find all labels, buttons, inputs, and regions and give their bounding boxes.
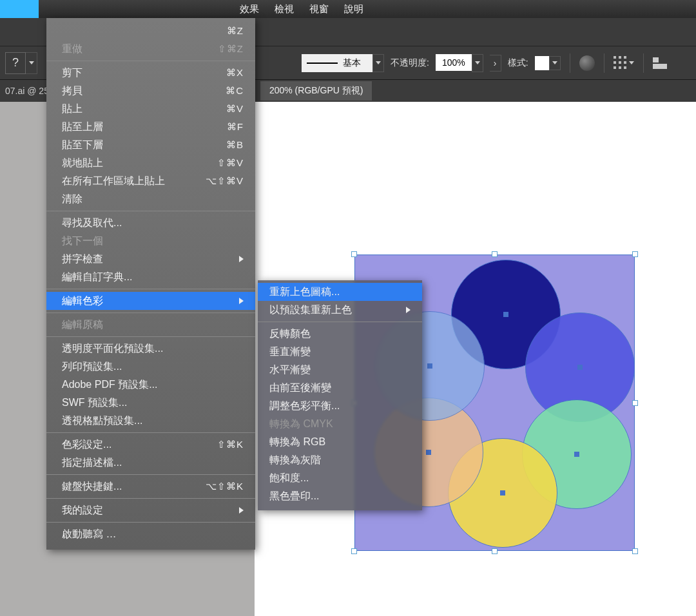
menu-item[interactable]: ⌘Z bbox=[46, 22, 255, 40]
style-dropdown[interactable] bbox=[549, 56, 561, 70]
anchor-point[interactable] bbox=[503, 312, 508, 317]
menu-item-label: 指定描述檔... bbox=[62, 456, 122, 470]
menu-item[interactable]: 反轉顏色 bbox=[258, 325, 422, 343]
menu-effects[interactable]: 效果 bbox=[232, 0, 267, 18]
menu-item[interactable]: 水平漸變 bbox=[258, 361, 422, 379]
menu-item-label: 在所有工作區域上貼上 bbox=[62, 174, 165, 188]
menu-item: 重做⇧⌘Z bbox=[46, 40, 255, 58]
menu-item: 編輯原稿 bbox=[46, 316, 255, 334]
menu-item-label: 反轉顏色 bbox=[269, 327, 311, 341]
menu-item-label: 拼字檢查 bbox=[62, 252, 103, 266]
submenu-arrow-icon bbox=[406, 307, 411, 313]
menu-item[interactable]: 鍵盤快捷鍵...⌥⇧⌘K bbox=[46, 477, 255, 496]
align-panel-icon[interactable] bbox=[653, 57, 667, 69]
help-dropdown[interactable] bbox=[26, 52, 37, 74]
menu-item[interactable]: 垂直漸變 bbox=[258, 343, 422, 361]
menu-item[interactable]: 以預設集重新上色 bbox=[258, 301, 422, 319]
menu-shortcut: ⇧⌘Z bbox=[218, 42, 244, 56]
opacity-input[interactable]: 100% bbox=[436, 54, 472, 71]
doc-tab[interactable]: 200% (RGB/GPU 預視) bbox=[260, 81, 372, 101]
sel-handle[interactable] bbox=[492, 251, 498, 257]
anchor-point[interactable] bbox=[426, 450, 431, 455]
recolor-icon[interactable] bbox=[579, 55, 595, 71]
menu-item[interactable]: 編輯色彩 bbox=[46, 292, 255, 310]
menu-item[interactable]: 在所有工作區域上貼上⌥⇧⌘V bbox=[46, 172, 255, 190]
menu-item[interactable]: 由前至後漸變 bbox=[258, 379, 422, 397]
menu-item[interactable]: 貼至下層⌘B bbox=[46, 136, 255, 154]
opacity-arrow-icon[interactable]: › bbox=[490, 55, 501, 72]
menu-item-label: 編輯自訂字典... bbox=[62, 270, 132, 284]
menu-item[interactable]: 啟動聽寫 … bbox=[46, 525, 255, 543]
menu-help[interactable]: 說明 bbox=[336, 0, 371, 18]
menu-edit[interactable] bbox=[0, 0, 39, 18]
style-label: 樣式: bbox=[508, 57, 528, 69]
menu-item[interactable]: 重新上色圖稿... bbox=[258, 283, 422, 301]
menu-item-label: 垂直漸變 bbox=[269, 345, 311, 359]
sel-handle[interactable] bbox=[351, 251, 357, 257]
align-grid-icon[interactable] bbox=[614, 56, 628, 70]
stroke-line-icon bbox=[307, 63, 338, 64]
menu-shortcut: ⌘X bbox=[226, 66, 244, 80]
menu-item[interactable]: 轉換為灰階 bbox=[258, 451, 422, 469]
menu-item[interactable]: 飽和度... bbox=[258, 469, 422, 487]
menu-view[interactable]: 檢視 bbox=[267, 0, 302, 18]
anchor-point[interactable] bbox=[577, 365, 583, 370]
style-swatch[interactable] bbox=[535, 56, 549, 70]
menu-item[interactable]: 調整色彩平衡... bbox=[258, 397, 422, 415]
help-icon[interactable]: ? bbox=[5, 52, 26, 74]
anchor-point[interactable] bbox=[500, 490, 505, 496]
anchor-point[interactable] bbox=[427, 363, 432, 369]
menu-item[interactable]: 尋找及取代... bbox=[46, 214, 255, 232]
stroke-style[interactable]: 基本 bbox=[302, 54, 372, 72]
menu-item[interactable]: 拷貝⌘C bbox=[46, 82, 255, 100]
menu-shortcut: ⌘C bbox=[226, 84, 244, 98]
separator bbox=[570, 53, 570, 73]
menu-shortcut: ⌥⇧⌘K bbox=[206, 479, 244, 494]
edit-color-submenu: 重新上色圖稿...以預設集重新上色反轉顏色垂直漸變水平漸變由前至後漸變調整色彩平… bbox=[258, 280, 422, 510]
menu-item[interactable]: 色彩設定...⇧⌘K bbox=[46, 436, 255, 454]
menu-item[interactable]: 列印預設集... bbox=[46, 358, 255, 376]
opacity-dropdown[interactable] bbox=[472, 54, 483, 72]
menu-shortcut: ⌘B bbox=[226, 138, 244, 152]
menu-item[interactable]: 黑色疊印... bbox=[258, 487, 422, 505]
anchor-point[interactable] bbox=[574, 452, 579, 457]
sel-handle[interactable] bbox=[632, 400, 638, 406]
menu-item[interactable]: 編輯自訂字典... bbox=[46, 268, 255, 286]
menu-item-label: 編輯色彩 bbox=[62, 294, 103, 308]
stroke-dropdown[interactable] bbox=[372, 54, 384, 72]
menu-item: 找下一個 bbox=[46, 232, 255, 250]
stroke-label: 基本 bbox=[343, 57, 361, 69]
menu-item-label: 鍵盤快捷鍵... bbox=[62, 479, 122, 494]
menu-item[interactable]: 拼字檢查 bbox=[46, 250, 255, 268]
menu-item-label: 就地貼上 bbox=[62, 156, 103, 170]
menu-item[interactable]: 剪下⌘X bbox=[46, 64, 255, 82]
menu-item[interactable]: 指定描述檔... bbox=[46, 454, 255, 472]
sel-handle[interactable] bbox=[632, 548, 638, 554]
menu-item[interactable]: 透明度平面化預設集... bbox=[46, 340, 255, 358]
menubar: 效果 檢視 視窗 說明 bbox=[0, 0, 696, 18]
menu-item[interactable]: 透視格點預設集... bbox=[46, 412, 255, 430]
menu-item[interactable]: 我的設定 bbox=[46, 501, 255, 519]
menu-item[interactable]: SWF 預設集... bbox=[46, 394, 255, 412]
sel-handle[interactable] bbox=[492, 548, 498, 554]
menu-item[interactable]: 轉換為 RGB bbox=[258, 433, 422, 451]
menu-item-label: 色彩設定... bbox=[62, 438, 111, 452]
menu-item[interactable]: 貼上⌘V bbox=[46, 100, 255, 118]
menu-item-label: 由前至後漸變 bbox=[269, 381, 331, 395]
menu-item-label: 轉換為灰階 bbox=[269, 453, 321, 467]
sel-handle[interactable] bbox=[351, 548, 357, 554]
menu-shortcut: ⌘Z bbox=[227, 24, 244, 38]
menu-shortcut: ⌥⇧⌘V bbox=[206, 174, 244, 188]
menu-item-label: 貼至下層 bbox=[62, 138, 103, 152]
menu-shortcut: ⇧⌘V bbox=[217, 156, 244, 170]
edit-menu: ⌘Z重做⇧⌘Z剪下⌘X拷貝⌘C貼上⌘V貼至上層⌘F貼至下層⌘B就地貼上⇧⌘V在所… bbox=[46, 18, 255, 550]
menu-item[interactable]: 清除 bbox=[46, 190, 255, 208]
menu-item-label: 轉換為 RGB bbox=[269, 435, 325, 449]
menu-item[interactable]: Adobe PDF 預設集... bbox=[46, 376, 255, 394]
menu-item: 轉換為 CMYK bbox=[258, 415, 422, 433]
menu-window[interactable]: 視窗 bbox=[302, 0, 336, 18]
chevron-down-icon[interactable] bbox=[629, 61, 634, 64]
sel-handle[interactable] bbox=[632, 251, 638, 257]
menu-item[interactable]: 貼至上層⌘F bbox=[46, 118, 255, 136]
menu-item[interactable]: 就地貼上⇧⌘V bbox=[46, 154, 255, 172]
